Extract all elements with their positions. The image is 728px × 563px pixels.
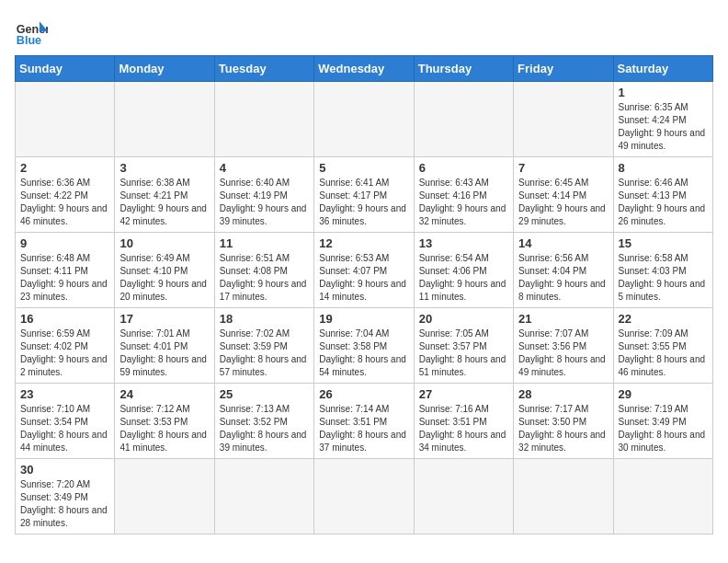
calendar-day-cell: [314, 82, 414, 157]
calendar-day-cell: [214, 82, 313, 157]
day-number: 20: [419, 312, 508, 326]
calendar-day-cell: 25Sunrise: 7:13 AM Sunset: 3:52 PM Dayli…: [214, 384, 313, 459]
calendar-day-cell: [314, 459, 414, 534]
day-number: 3: [119, 161, 209, 175]
calendar-day-cell: 12Sunrise: 6:53 AM Sunset: 4:07 PM Dayli…: [314, 233, 414, 308]
day-info: Sunrise: 6:35 AM Sunset: 4:24 PM Dayligh…: [619, 101, 708, 153]
day-info: Sunrise: 6:36 AM Sunset: 4:22 PM Dayligh…: [20, 177, 109, 228]
day-number: 24: [119, 387, 209, 401]
calendar-day-cell: [514, 459, 613, 534]
day-info: Sunrise: 6:56 AM Sunset: 4:04 PM Dayligh…: [518, 252, 608, 304]
day-number: 18: [220, 312, 309, 326]
day-info: Sunrise: 7:14 AM Sunset: 3:51 PM Dayligh…: [319, 403, 408, 454]
day-number: 13: [419, 236, 508, 250]
calendar-day-cell: 4Sunrise: 6:40 AM Sunset: 4:19 PM Daylig…: [214, 157, 313, 233]
calendar-day-cell: 23Sunrise: 7:10 AM Sunset: 3:54 PM Dayli…: [16, 384, 115, 459]
day-number: 15: [619, 236, 708, 250]
day-info: Sunrise: 7:13 AM Sunset: 3:52 PM Dayligh…: [220, 403, 309, 454]
day-number: 9: [20, 236, 109, 250]
day-info: Sunrise: 6:45 AM Sunset: 4:14 PM Dayligh…: [518, 177, 608, 228]
day-number: 5: [319, 161, 408, 175]
day-info: Sunrise: 7:04 AM Sunset: 3:58 PM Dayligh…: [319, 327, 408, 379]
calendar-day-cell: 28Sunrise: 7:17 AM Sunset: 3:50 PM Dayli…: [514, 384, 613, 459]
day-info: Sunrise: 6:40 AM Sunset: 4:19 PM Dayligh…: [220, 177, 309, 228]
calendar-day-cell: [115, 459, 214, 534]
calendar-day-cell: 11Sunrise: 6:51 AM Sunset: 4:08 PM Dayli…: [214, 233, 313, 308]
day-number: 10: [119, 236, 209, 250]
day-info: Sunrise: 6:54 AM Sunset: 4:06 PM Dayligh…: [419, 252, 508, 304]
calendar-day-cell: 16Sunrise: 6:59 AM Sunset: 4:02 PM Dayli…: [16, 308, 115, 384]
day-info: Sunrise: 7:10 AM Sunset: 3:54 PM Dayligh…: [20, 403, 109, 454]
calendar-day-cell: 20Sunrise: 7:05 AM Sunset: 3:57 PM Dayli…: [414, 308, 513, 384]
day-number: 23: [20, 387, 109, 401]
calendar-day-cell: 2Sunrise: 6:36 AM Sunset: 4:22 PM Daylig…: [16, 157, 115, 233]
day-number: 4: [220, 161, 309, 175]
calendar-day-cell: [214, 459, 313, 534]
weekday-header-row: SundayMondayTuesdayWednesdayThursdayFrid…: [16, 56, 713, 82]
calendar-week-5: 23Sunrise: 7:10 AM Sunset: 3:54 PM Dayli…: [16, 384, 713, 459]
day-number: 22: [619, 312, 708, 326]
logo: General Blue: [15, 15, 48, 48]
calendar-day-cell: [414, 459, 513, 534]
day-info: Sunrise: 6:49 AM Sunset: 4:10 PM Dayligh…: [119, 252, 209, 304]
calendar-day-cell: 3Sunrise: 6:38 AM Sunset: 4:21 PM Daylig…: [115, 157, 214, 233]
day-info: Sunrise: 7:02 AM Sunset: 3:59 PM Dayligh…: [220, 327, 309, 379]
calendar-day-cell: [414, 82, 513, 157]
day-number: 12: [319, 236, 408, 250]
day-number: 26: [319, 387, 408, 401]
calendar-day-cell: 6Sunrise: 6:43 AM Sunset: 4:16 PM Daylig…: [414, 157, 513, 233]
day-number: 16: [20, 312, 109, 326]
day-number: 30: [20, 463, 109, 477]
day-info: Sunrise: 7:19 AM Sunset: 3:49 PM Dayligh…: [619, 403, 708, 454]
day-info: Sunrise: 7:07 AM Sunset: 3:56 PM Dayligh…: [518, 327, 608, 379]
day-info: Sunrise: 7:12 AM Sunset: 3:53 PM Dayligh…: [119, 403, 209, 454]
calendar-week-3: 9Sunrise: 6:48 AM Sunset: 4:11 PM Daylig…: [16, 233, 713, 308]
weekday-header-saturday: Saturday: [613, 56, 712, 82]
calendar-day-cell: 7Sunrise: 6:45 AM Sunset: 4:14 PM Daylig…: [514, 157, 613, 233]
calendar-table: SundayMondayTuesdayWednesdayThursdayFrid…: [15, 55, 713, 534]
calendar-day-cell: 24Sunrise: 7:12 AM Sunset: 3:53 PM Dayli…: [115, 384, 214, 459]
day-number: 7: [518, 161, 608, 175]
weekday-header-thursday: Thursday: [414, 56, 513, 82]
day-number: 14: [518, 236, 608, 250]
calendar-day-cell: [514, 82, 613, 157]
day-number: 19: [319, 312, 408, 326]
day-number: 6: [419, 161, 508, 175]
day-number: 27: [419, 387, 508, 401]
calendar-day-cell: 13Sunrise: 6:54 AM Sunset: 4:06 PM Dayli…: [414, 233, 513, 308]
day-info: Sunrise: 6:43 AM Sunset: 4:16 PM Dayligh…: [419, 177, 508, 228]
day-info: Sunrise: 7:17 AM Sunset: 3:50 PM Dayligh…: [518, 403, 608, 454]
day-info: Sunrise: 6:48 AM Sunset: 4:11 PM Dayligh…: [20, 252, 109, 304]
day-info: Sunrise: 6:51 AM Sunset: 4:08 PM Dayligh…: [220, 252, 309, 304]
day-info: Sunrise: 7:16 AM Sunset: 3:51 PM Dayligh…: [419, 403, 508, 454]
calendar-day-cell: 5Sunrise: 6:41 AM Sunset: 4:17 PM Daylig…: [314, 157, 414, 233]
day-number: 11: [220, 236, 309, 250]
day-number: 17: [119, 312, 209, 326]
calendar-day-cell: 29Sunrise: 7:19 AM Sunset: 3:49 PM Dayli…: [613, 384, 712, 459]
weekday-header-monday: Monday: [115, 56, 214, 82]
day-info: Sunrise: 6:38 AM Sunset: 4:21 PM Dayligh…: [119, 177, 209, 228]
day-number: 2: [20, 161, 109, 175]
calendar-day-cell: 30Sunrise: 7:20 AM Sunset: 3:49 PM Dayli…: [16, 459, 115, 534]
weekday-header-sunday: Sunday: [16, 56, 115, 82]
calendar-day-cell: 19Sunrise: 7:04 AM Sunset: 3:58 PM Dayli…: [314, 308, 414, 384]
calendar-week-6: 30Sunrise: 7:20 AM Sunset: 3:49 PM Dayli…: [16, 459, 713, 534]
calendar-day-cell: [16, 82, 115, 157]
svg-text:Blue: Blue: [17, 34, 41, 47]
calendar-day-cell: 9Sunrise: 6:48 AM Sunset: 4:11 PM Daylig…: [16, 233, 115, 308]
day-info: Sunrise: 7:05 AM Sunset: 3:57 PM Dayligh…: [419, 327, 508, 379]
day-info: Sunrise: 6:41 AM Sunset: 4:17 PM Dayligh…: [319, 177, 408, 228]
weekday-header-wednesday: Wednesday: [314, 56, 414, 82]
calendar-day-cell: 1Sunrise: 6:35 AM Sunset: 4:24 PM Daylig…: [613, 82, 712, 157]
day-number: 25: [220, 387, 309, 401]
calendar-day-cell: 27Sunrise: 7:16 AM Sunset: 3:51 PM Dayli…: [414, 384, 513, 459]
day-number: 28: [518, 387, 608, 401]
calendar-week-4: 16Sunrise: 6:59 AM Sunset: 4:02 PM Dayli…: [16, 308, 713, 384]
page-header: General Blue: [15, 15, 713, 48]
calendar-day-cell: 18Sunrise: 7:02 AM Sunset: 3:59 PM Dayli…: [214, 308, 313, 384]
logo-icon: General Blue: [15, 15, 48, 48]
calendar-day-cell: [115, 82, 214, 157]
day-number: 29: [619, 387, 708, 401]
weekday-header-friday: Friday: [514, 56, 613, 82]
calendar-day-cell: 21Sunrise: 7:07 AM Sunset: 3:56 PM Dayli…: [514, 308, 613, 384]
